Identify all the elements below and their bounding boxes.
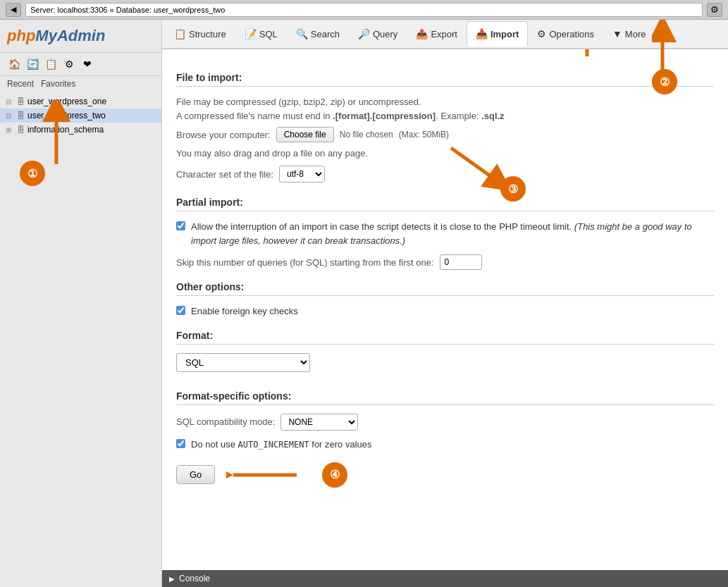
console-bar[interactable]: ▶ Console: [162, 570, 728, 587]
query-tab-label: Query: [373, 29, 397, 39]
tab-search[interactable]: 🔍 Search: [287, 21, 349, 47]
export-tab-label: Export: [431, 29, 457, 39]
tab-import[interactable]: 📥 Import: [467, 21, 528, 47]
address-text: Server: localhost:3306 » Database: user_…: [30, 6, 225, 14]
format-specific-heading: Format-specific options:: [176, 390, 714, 405]
browse-label: Browse your computer:: [176, 130, 271, 140]
format-select[interactable]: SQL CSV JSON XML: [176, 353, 310, 372]
tab-operations[interactable]: ⚙ Operations: [528, 21, 603, 47]
search-tab-icon: 🔍: [296, 28, 308, 39]
db-item-wordpress-one[interactable]: ⊟ 🗄 user_wordpress_one: [0, 94, 161, 109]
arrow-2-svg: [573, 49, 615, 63]
allow-interrupt-text: Allow the interruption of an import in c…: [191, 221, 572, 232]
page-content: ② File to import: File may be compressed…: [162, 49, 728, 570]
browser-settings-btn[interactable]: ⚙: [707, 3, 722, 17]
format-heading: Format:: [176, 330, 714, 345]
charset-select[interactable]: utf-8 utf-16 latin1 ascii: [279, 166, 325, 183]
more-tab-label: More: [625, 29, 646, 39]
db-icon-3: 🗄: [17, 125, 25, 134]
favorites-link[interactable]: Favorites: [41, 79, 75, 89]
file-to-import-heading: File to import:: [176, 72, 714, 87]
structure-tab-icon: 📋: [174, 28, 186, 39]
db-item-info-schema[interactable]: ⊞ 🗄 information_schema: [0, 123, 161, 137]
compat-select[interactable]: NONE ANSI DB2 MAXDB MYSQL323 MYSQL40 MSS…: [280, 414, 358, 431]
top-nav: 📋 Structure 📝 SQL 🔍 Search 🔎 Query 📤 Exp…: [162, 20, 728, 49]
query-tab-icon: 🔎: [358, 28, 370, 39]
clipboard-icon[interactable]: 📋: [44, 57, 58, 71]
auto-increment-checkbox[interactable]: [176, 439, 185, 448]
export-tab-icon: 📤: [416, 28, 428, 39]
tab-export[interactable]: 📤 Export: [407, 21, 467, 47]
charset-row: Character set of the file: utf-8 utf-16 …: [176, 166, 714, 183]
compress-example-bold: .sql.z: [481, 111, 505, 121]
sidebar: phpMyAdmin 🏠 🔄 📋 ⚙ ❤ Recent Favorites ⊟ …: [0, 20, 162, 587]
import-tab-icon: 📥: [476, 28, 488, 39]
browser-address: Server: localhost:3306 » Database: user_…: [25, 3, 703, 17]
db-item-wordpress-two[interactable]: ⊟ 🗄 user_wordpress_two: [0, 109, 161, 123]
home-icon[interactable]: 🏠: [7, 57, 21, 71]
annotation-1: ①: [20, 161, 45, 186]
browser-back-btn[interactable]: ◀: [6, 3, 21, 17]
allow-interrupt-row: Allow the interruption of an import in c…: [176, 220, 714, 247]
partial-import-heading: Partial import:: [176, 197, 714, 211]
annotation-4: ④: [322, 462, 347, 488]
recent-link[interactable]: Recent: [7, 79, 34, 89]
foreign-key-label: Enable foreign key checks: [191, 304, 298, 319]
skip-row: Skip this number of queries (for SQL) st…: [176, 254, 714, 270]
db-icon-1: 🗄: [17, 97, 25, 106]
structure-tab-label: Structure: [189, 29, 226, 39]
allow-interrupt-checkbox[interactable]: [176, 221, 185, 230]
operations-tab-icon: ⚙: [537, 28, 546, 39]
db-name-2: user_wordpress_two: [27, 111, 106, 121]
sidebar-recent-fav: Recent Favorites: [0, 76, 161, 92]
auto-increment-label: Do not use AUTO_INCREMENT for zero value…: [191, 438, 372, 452]
more-tab-icon: ▼: [612, 28, 622, 39]
other-options-heading: Other options:: [176, 281, 714, 296]
compress-info-text: File may be compressed (gzip, bzip2, zip…: [176, 97, 421, 107]
console-icon: ▶: [169, 575, 175, 583]
sql-tab-icon: 📝: [245, 28, 257, 39]
allow-interrupt-label: Allow the interruption of an import in c…: [191, 220, 714, 247]
compat-row: SQL compatibility mode: NONE ANSI DB2 MA…: [176, 414, 714, 431]
foreign-key-row: Enable foreign key checks: [176, 304, 714, 319]
tab-more[interactable]: ▼ More: [603, 21, 655, 47]
console-label: Console: [179, 574, 210, 583]
compat-label: SQL compatibility mode:: [176, 416, 275, 427]
auto-increment-row: Do not use AUTO_INCREMENT for zero value…: [176, 438, 714, 452]
db-icon-2: 🗄: [17, 111, 25, 120]
pma-logo: phpMyAdmin: [7, 27, 105, 44]
browser-bar: ◀ Server: localhost:3306 » Database: use…: [0, 0, 728, 20]
favorite-icon[interactable]: ❤: [80, 57, 94, 71]
no-file-text: No file chosen: [340, 130, 393, 140]
skip-input[interactable]: [440, 254, 482, 270]
auto-increment-code: AUTO_INCREMENT: [238, 440, 309, 450]
refresh-icon[interactable]: 🔄: [25, 57, 39, 71]
content-area: 📋 Structure 📝 SQL 🔍 Search 🔎 Query 📤 Exp…: [162, 20, 728, 587]
go-button[interactable]: Go: [176, 465, 215, 484]
foreign-key-checkbox[interactable]: [176, 306, 185, 315]
db-name-1: user_wordpress_one: [27, 97, 106, 106]
auto-increment-text1: Do not use: [191, 439, 238, 450]
max-size-text: (Max: 50MiB): [399, 130, 449, 140]
arrow-4-svg: [226, 461, 311, 489]
sidebar-icons: 🏠 🔄 📋 ⚙ ❤: [0, 53, 161, 76]
settings-icon[interactable]: ⚙: [62, 57, 76, 71]
tab-sql[interactable]: 📝 SQL: [235, 21, 287, 47]
sql-tab-label: SQL: [259, 29, 278, 39]
expand-icon-2: ⊟: [6, 112, 14, 120]
import-tab-label: Import: [491, 29, 519, 39]
operations-tab-label: Operations: [549, 29, 594, 39]
tab-structure[interactable]: 📋 Structure: [165, 21, 235, 47]
compress-info-2: A compressed file's name must end in .[f…: [176, 111, 505, 121]
drag-text: You may also drag and drop a file on any…: [176, 148, 714, 159]
expand-icon-3: ⊞: [6, 126, 14, 134]
go-row: Go ④: [176, 458, 714, 491]
db-name-3: information_schema: [27, 125, 104, 135]
file-row: Browse your computer: Choose file No fil…: [176, 127, 714, 142]
sidebar-logo: phpMyAdmin: [0, 20, 161, 53]
compress-format-bold: .[format].[compression]: [333, 111, 436, 121]
compress-info-1: File may be compressed (gzip, bzip2, zip…: [176, 95, 714, 123]
expand-icon-1: ⊟: [6, 98, 14, 106]
tab-query[interactable]: 🔎 Query: [349, 21, 407, 47]
choose-file-button[interactable]: Choose file: [276, 127, 334, 142]
